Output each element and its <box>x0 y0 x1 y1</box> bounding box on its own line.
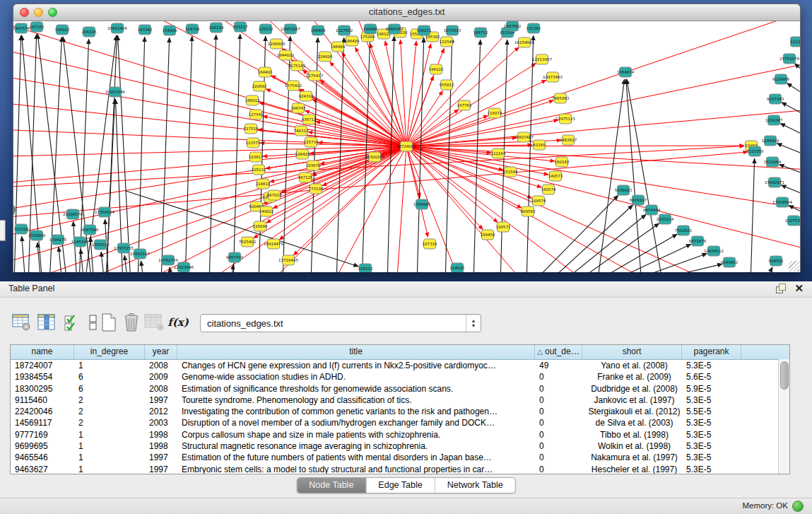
graph-node[interactable]: 196460 <box>331 42 346 52</box>
graph-node[interactable]: 20053346 <box>105 87 125 97</box>
graph-node[interactable]: 2087682 <box>504 21 522 31</box>
column-header-year[interactable]: year <box>145 345 177 359</box>
graph-node[interactable]: 10958107 <box>130 249 150 259</box>
graph-node[interactable]: 122549 <box>440 37 454 47</box>
graph-node[interactable]: 8471676 <box>689 236 707 246</box>
select-columns-icon[interactable] <box>62 313 82 332</box>
graph-node[interactable]: 206116 <box>82 27 97 37</box>
graph-node[interactable]: 113579 <box>246 138 261 148</box>
graph-node[interactable]: 149573 <box>548 171 563 181</box>
graph-node[interactable]: 9457791 <box>226 252 244 262</box>
graph-node[interactable]: 20691406 <box>107 23 127 33</box>
graph-node[interactable]: 154808 <box>163 25 177 35</box>
graph-node[interactable]: 955812 <box>440 80 454 90</box>
graph-node[interactable]: 924502 <box>769 256 784 266</box>
graph-node[interactable]: 160162 <box>555 157 570 167</box>
table-selector-dropdown[interactable]: citations_edges.txt ▲▼ <box>200 314 481 332</box>
table-row[interactable]: 969969511998Structural magnetic resonanc… <box>11 440 789 452</box>
graph-node[interactable]: 7625402 <box>239 237 257 247</box>
graph-node[interactable]: 164409 <box>311 25 326 35</box>
graph-node[interactable]: 205131 <box>252 165 266 175</box>
graph-node[interactable]: 151544 <box>503 167 518 177</box>
graph-node[interactable]: 224006 <box>318 52 333 62</box>
graph-node[interactable]: 9245652 <box>721 257 739 267</box>
graph-node[interactable]: 286743 <box>291 103 306 113</box>
graph-node[interactable]: 1107533 <box>785 216 800 226</box>
table-row[interactable]: 946554611997Estimation of the future num… <box>11 452 789 463</box>
graph-node[interactable]: 6879197 <box>630 195 647 205</box>
table-row[interactable]: 911546021997Tourette syndrome. Phenomeno… <box>11 395 789 406</box>
create-column-icon[interactable] <box>99 313 119 332</box>
table-row[interactable]: 977716911998Corpus callosum shape and si… <box>11 429 789 440</box>
graph-node[interactable]: 114316 <box>185 24 200 34</box>
graph-node[interactable]: 12975115 <box>555 114 575 124</box>
table-row[interactable]: 1830029562008Estimation of significance … <box>11 383 789 395</box>
graph-node[interactable]: 167761 <box>457 100 472 110</box>
graph-node[interactable]: 108420 <box>295 149 310 159</box>
graph-node[interactable]: 163342 <box>138 25 153 35</box>
graph-node[interactable]: 2935114 <box>657 214 674 224</box>
show-columns-icon[interactable] <box>37 313 57 332</box>
float-panel-icon[interactable] <box>776 284 786 293</box>
dropdown-stepper-icon[interactable]: ▲▼ <box>466 315 481 332</box>
table-row[interactable]: 1872400712008Changes of HCN gene express… <box>11 360 789 371</box>
graph-node[interactable]: 220682 <box>252 81 267 91</box>
column-header-pagerank[interactable]: pagerank <box>682 345 741 359</box>
graph-node[interactable]: 149822 <box>259 206 274 216</box>
graph-node[interactable]: 924310 <box>299 91 314 101</box>
graph-node[interactable]: 10653287 <box>281 24 300 34</box>
graph-node[interactable]: 748313 <box>294 126 309 136</box>
graph-node[interactable]: 1664874 <box>617 67 635 77</box>
graph-node[interactable]: 16782759 <box>158 255 178 265</box>
graph-node[interactable]: 125734 <box>304 137 319 147</box>
graph-node[interactable]: 105532 <box>259 24 273 34</box>
column-header-title[interactable]: title <box>177 345 535 359</box>
graph-node[interactable]: 5938923 <box>615 185 632 195</box>
close-panel-icon[interactable]: ✕ <box>794 284 804 293</box>
scrollbar-thumb[interactable] <box>780 361 789 390</box>
graph-node[interactable]: 116074 <box>488 108 502 118</box>
function-builder-icon[interactable]: f(x) <box>168 313 188 332</box>
graph-node[interactable]: 9474444 <box>643 205 661 215</box>
graph-node[interactable]: 103817 <box>249 152 264 162</box>
graph-node[interactable]: 1621064 <box>764 157 782 167</box>
table-row[interactable]: 2242004622012Investigating the contribut… <box>11 406 789 417</box>
column-header-in_degree[interactable]: in_degree <box>74 345 145 359</box>
graph-node[interactable]: 184403 <box>258 67 273 77</box>
graph-node[interactable]: 9463627 <box>560 135 577 145</box>
graph-node[interactable]: 8215358 <box>746 146 764 156</box>
graph-node[interactable]: 127541 <box>249 110 264 119</box>
graph-node[interactable]: 112164 <box>491 148 506 158</box>
graph-node[interactable]: 15751074 <box>779 54 799 64</box>
column-header-out_de[interactable]: △out_de… <box>535 345 582 359</box>
graph-node[interactable]: 199571 <box>496 222 511 232</box>
graph-node[interactable]: 1244419 <box>762 136 779 146</box>
network-canvas[interactable]: 1872400718300295220680818440202175181127… <box>13 21 801 272</box>
graph-node[interactable]: 9997588 <box>81 225 99 235</box>
graph-node[interactable]: 62160 <box>533 140 546 150</box>
delete-column-icon[interactable] <box>122 313 141 332</box>
tab-node-table[interactable]: Node Table <box>297 478 365 493</box>
graph-node[interactable]: 193670 <box>306 160 321 170</box>
network-window[interactable]: citations_edges.txt 18724007183002952206… <box>13 4 801 271</box>
delete-table-icon[interactable] <box>144 313 164 332</box>
column-header-short[interactable]: short <box>582 345 682 359</box>
graph-node[interactable]: 151341 <box>526 23 541 33</box>
graph-node[interactable]: 189456 <box>481 230 495 240</box>
tab-network-table[interactable]: Network Table <box>435 478 515 493</box>
network-graph[interactable]: 1872400718300295220680818440202175181127… <box>13 21 800 272</box>
graph-node[interactable]: 118614 <box>256 179 271 189</box>
table-scrollbar[interactable] <box>778 359 789 474</box>
graph-node[interactable]: 2405574 <box>13 23 30 33</box>
graph-node[interactable]: 199406 <box>363 24 378 34</box>
graph-node[interactable]: 15692971 <box>765 177 784 187</box>
graph-node[interactable]: 7632621 <box>675 226 693 235</box>
graph-node[interactable]: 196211 <box>417 25 432 35</box>
graph-node[interactable]: 105112 <box>358 264 373 272</box>
graph-node[interactable]: 1575422 <box>285 81 302 90</box>
graph-node[interactable]: 331508 <box>14 224 29 234</box>
graph-node[interactable]: 208119 <box>209 23 224 33</box>
graph-node[interactable]: 12923446 <box>174 262 194 272</box>
graph-node[interactable]: 169574 <box>541 185 556 194</box>
graph-node[interactable]: 367125 <box>298 173 313 182</box>
